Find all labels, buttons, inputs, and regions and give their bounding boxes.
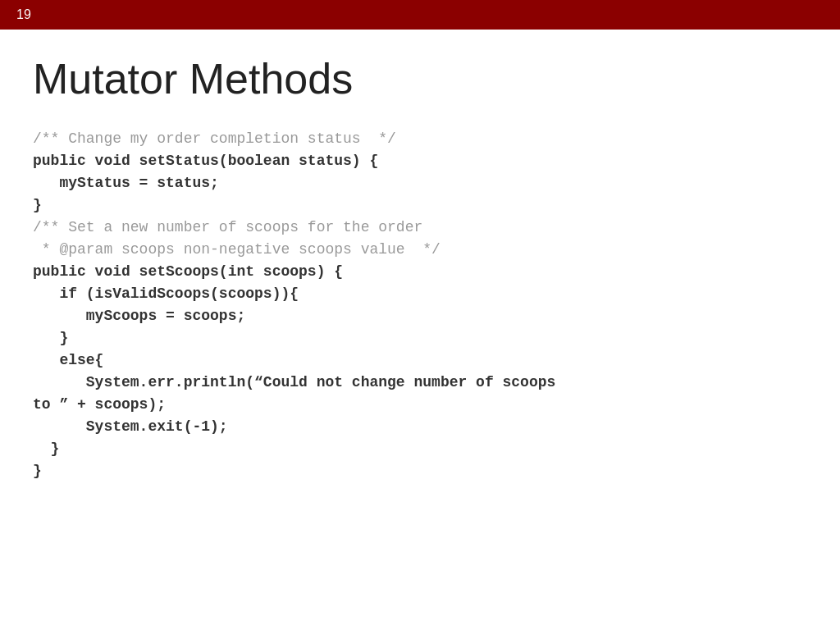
code-line: myStatus = status;	[33, 172, 807, 194]
top-bar: 19	[0, 0, 840, 30]
code-line: System.exit(-1);	[33, 416, 807, 438]
code-line: /** Set a new number of scoops for the o…	[33, 217, 807, 239]
code-line: if (isValidScoops(scoops)){	[33, 283, 807, 305]
content-area: Mutator Methods /** Change my order comp…	[0, 30, 840, 499]
code-line: }	[33, 327, 807, 349]
code-line: else{	[33, 349, 807, 372]
code-line: public void setScoops(int scoops) {	[33, 261, 807, 283]
code-line: * @param scoops non-negative scoops valu…	[33, 239, 807, 261]
code-line: myScoops = scoops;	[33, 305, 807, 327]
code-line: public void setStatus(boolean status) {	[33, 150, 807, 172]
code-block: /** Change my order completion status */…	[33, 128, 807, 482]
code-line: }	[33, 438, 807, 460]
code-line: /** Change my order completion status */	[33, 128, 807, 150]
code-line: to ” + scoops);	[33, 394, 807, 416]
slide-number: 19	[16, 7, 31, 22]
slide-title: Mutator Methods	[33, 54, 807, 103]
code-line: System.err.println(“Could not change num…	[33, 372, 807, 394]
code-line: }	[33, 460, 807, 482]
code-line: }	[33, 194, 807, 217]
